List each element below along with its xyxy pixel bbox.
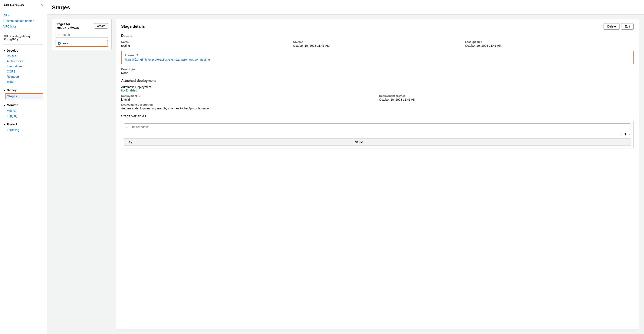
sidebar-item-reimport[interactable]: Reimport (5, 74, 43, 79)
details-grid: Name testing Created October 10, 2023 11… (121, 40, 634, 47)
table-header-row: Key Value (124, 139, 631, 146)
created-value: October 10, 2023 11:41 AM (293, 44, 462, 47)
stages-panel-title: Stages for lambda_gateway (56, 22, 94, 29)
stage-radio-inner (59, 43, 60, 44)
stage-details-title: Stage details (121, 24, 145, 29)
stage-item-name: testing (62, 42, 71, 45)
chevron-down-icon: ▼ (4, 50, 6, 52)
sidebar-title: API Gateway (4, 4, 24, 7)
last-updated-label: Last updated (465, 40, 634, 44)
content-area: Stages for lambda_gateway Create ⌕ testi… (47, 15, 644, 334)
deployment-desc-value: Automatic deployment triggered by change… (121, 107, 634, 110)
enabled-badge: ✓ Enabled (121, 89, 634, 92)
sidebar-section-deploy-header[interactable]: ▼ Deploy (4, 88, 43, 93)
stage-variables-section: Stage variables ⌕ ‹ 1 › Key (121, 114, 634, 148)
pagination-row: ‹ 1 › (124, 132, 631, 137)
automatic-deployment-label: Automatic Deployment (121, 85, 634, 89)
stage-variables-title: Stage variables (121, 114, 634, 118)
checkmark-icon: ✓ (121, 89, 124, 92)
details-section-title: Details (121, 34, 634, 38)
sidebar-item-throttling[interactable]: Throttling (5, 127, 43, 132)
header-actions: Delete Edit (604, 23, 634, 30)
sidebar-monitor-items: Metrics Logging (4, 108, 43, 119)
key-column-header: Key (124, 139, 353, 146)
sidebar-section-monitor-header[interactable]: ▼ Monitor (4, 103, 43, 108)
delete-button[interactable]: Delete (604, 23, 619, 30)
sidebar-api-info: API: lambda_gateway... (i6x4fg8hfc) (0, 33, 47, 43)
deployment-id-value: k49yld (121, 98, 376, 101)
deployment-id-col: Deployment ID k49yld (121, 94, 376, 101)
sidebar-develop-items: Routes Authorization Integrations CORS R… (4, 53, 43, 85)
next-page-button[interactable]: › (628, 132, 631, 137)
deployment-desc-label: Deployment description (121, 103, 634, 106)
sidebar-item-vpc-links[interactable]: VPC links (0, 24, 47, 29)
edit-button[interactable]: Edit (621, 23, 634, 30)
sidebar-item-cors[interactable]: CORS (5, 69, 43, 74)
sidebar-section-protect-label: Protect (7, 123, 17, 126)
stages-search-input[interactable] (60, 33, 106, 37)
sidebar-section-develop: ▼ Develop Routes Authorization Integrati… (0, 46, 47, 86)
stages-panel-header: Stages for lambda_gateway Create (56, 22, 108, 29)
created-col: Created October 10, 2023 11:41 AM (293, 40, 462, 47)
find-resources-input[interactable] (130, 125, 628, 129)
name-value: testing (121, 44, 290, 47)
description-section: Description None (121, 68, 634, 75)
sidebar-item-routes[interactable]: Routes (5, 54, 43, 59)
variables-table-header: Key Value (124, 139, 631, 146)
sidebar-item-stages[interactable]: Stages (5, 93, 43, 99)
find-resources-box: ⌕ (124, 123, 631, 130)
sidebar-divider-2 (4, 44, 43, 45)
deployment-details-grid: Deployment ID k49yld Deployment created … (121, 94, 634, 101)
page-number: 1 (624, 133, 626, 136)
create-stage-button[interactable]: Create (94, 23, 108, 29)
sidebar-item-authorization[interactable]: Authorization (5, 59, 43, 64)
page-title: Stages (52, 4, 639, 11)
deployment-created-label: Deployment created (379, 94, 634, 98)
variables-table: Key Value (124, 138, 631, 146)
value-column-header: Value (352, 139, 630, 146)
sidebar-item-integrations[interactable]: Integrations (5, 64, 43, 69)
search-icon: ⌕ (58, 33, 59, 37)
enabled-label: Enabled (126, 89, 137, 92)
chevron-down-icon-deploy: ▼ (4, 89, 6, 91)
sidebar-header: API Gateway × (0, 0, 47, 10)
stage-variables-container: ⌕ ‹ 1 › Key Value (121, 121, 634, 148)
invoke-url-label: Invoke URL (125, 54, 630, 57)
invoke-url-box: Invoke URL https://i6x4fg8hfc.execute-ap… (121, 51, 634, 64)
sidebar-section-monitor: ▼ Monitor Metrics Logging (0, 101, 47, 120)
invoke-url-link[interactable]: https://i6x4fg8hfc.execute-api.us-east-1… (125, 58, 210, 61)
deployment-id-label: Deployment ID (121, 94, 376, 98)
sidebar-section-protect-header[interactable]: ▼ Protect (4, 122, 43, 127)
name-col: Name testing (121, 40, 290, 47)
chevron-down-icon-protect: ▼ (4, 123, 6, 126)
stage-radio (58, 42, 61, 45)
sidebar-protect-items: Throttling (4, 127, 43, 133)
sidebar-section-protect: ▼ Protect Throttling (0, 120, 47, 134)
sidebar-section-develop-header[interactable]: ▼ Develop (4, 48, 43, 53)
sidebar-nav: APIs Custom domain names VPC links API: … (0, 10, 47, 137)
sidebar-section-deploy: ▼ Deploy Stages (0, 86, 47, 101)
prev-page-button[interactable]: ‹ (620, 132, 623, 137)
sidebar-item-custom-domain-names[interactable]: Custom domain names (0, 18, 47, 24)
sidebar-item-apis[interactable]: APIs (0, 13, 47, 18)
sidebar-close-button[interactable]: × (41, 4, 43, 7)
sidebar-item-metrics[interactable]: Metrics (5, 108, 43, 113)
sidebar-section-monitor-label: Monitor (7, 103, 18, 107)
sidebar-section-deploy-label: Deploy (7, 89, 17, 92)
attached-deployment-section: Attached deployment Automatic Deployment… (121, 79, 634, 110)
sidebar-item-export[interactable]: Export (5, 79, 43, 84)
deployment-created-value: October 10, 2023 11:41 AM (379, 98, 634, 101)
sidebar: API Gateway × APIs Custom domain names V… (0, 0, 47, 334)
last-updated-value: October 10, 2023 11:41 AM (465, 44, 634, 47)
stages-panel: Stages for lambda_gateway Create ⌕ testi… (52, 19, 112, 50)
stage-list-item[interactable]: testing (56, 40, 108, 47)
description-label: Description (121, 68, 634, 71)
sidebar-item-logging[interactable]: Logging (5, 113, 43, 118)
details-section: Details Name testing Created October 10,… (121, 34, 634, 47)
chevron-down-icon-monitor: ▼ (4, 104, 6, 106)
stage-details-panel: Stage details Delete Edit Details Name t… (116, 19, 639, 330)
stages-search-box: ⌕ (56, 32, 108, 38)
created-label: Created (293, 40, 462, 44)
last-updated-col: Last updated October 10, 2023 11:41 AM (465, 40, 634, 47)
attached-deployment-title: Attached deployment (121, 79, 634, 83)
